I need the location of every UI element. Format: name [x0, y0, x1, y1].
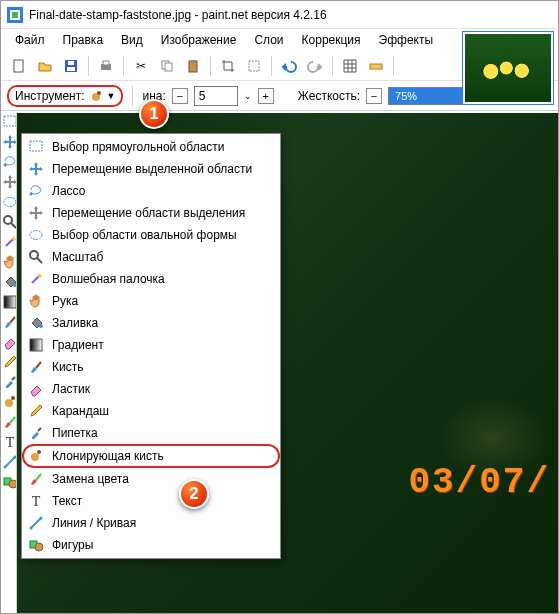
ruler-icon[interactable]	[364, 54, 388, 78]
grid-icon[interactable]	[338, 54, 362, 78]
image-thumbnail[interactable]	[462, 31, 554, 105]
tool-item-hand[interactable]: Рука	[22, 290, 280, 312]
redo-icon[interactable]	[303, 54, 327, 78]
deselect-icon[interactable]	[242, 54, 266, 78]
strip-clone-icon[interactable]	[2, 395, 16, 409]
app-icon	[7, 7, 23, 23]
open-file-icon[interactable]	[33, 54, 57, 78]
tool-dropdown-menu: Выбор прямоугольной областиПеремещение в…	[21, 133, 281, 559]
svg-point-19	[4, 198, 16, 207]
tool-item-ellipse-select[interactable]: Выбор области овальной формы	[22, 224, 280, 246]
copy-icon[interactable]	[155, 54, 179, 78]
tool-item-label: Заливка	[52, 316, 98, 330]
tool-item-label: Линия / Кривая	[52, 516, 136, 530]
new-file-icon[interactable]	[7, 54, 31, 78]
strip-gradient-icon[interactable]	[2, 295, 16, 309]
menu-коррекция[interactable]: Коррекция	[294, 31, 369, 49]
tool-item-brush[interactable]: Кисть	[22, 356, 280, 378]
tool-item-label: Выбор прямоугольной области	[52, 140, 225, 154]
print-icon[interactable]	[94, 54, 118, 78]
svg-rect-2	[12, 12, 18, 18]
strip-move-pix-icon[interactable]	[2, 175, 16, 189]
save-icon[interactable]	[59, 54, 83, 78]
tool-selector-dropdown[interactable]: Инструмент: ▼	[7, 85, 123, 107]
strip-wand-icon[interactable]	[2, 235, 16, 249]
tool-item-line[interactable]: Линия / Кривая	[22, 512, 280, 534]
width-minus-button[interactable]: −	[172, 88, 188, 104]
strip-ellipse-select-icon[interactable]	[2, 195, 16, 209]
svg-rect-8	[103, 61, 109, 65]
tool-item-label: Рука	[52, 294, 78, 308]
menu-эффекты[interactable]: Эффекты	[371, 31, 442, 49]
width-input[interactable]	[194, 86, 238, 106]
hardness-minus-button[interactable]: −	[366, 88, 382, 104]
width-spinner-icon[interactable]: ⌄	[244, 91, 252, 101]
menu-слои[interactable]: Слои	[246, 31, 291, 49]
tool-item-zoom[interactable]: Масштаб	[22, 246, 280, 268]
tool-item-label: Пипетка	[52, 426, 98, 440]
menu-вид[interactable]: Вид	[113, 31, 151, 49]
tool-item-clone[interactable]: Клонирующая кисть	[22, 444, 280, 468]
strip-hand-icon[interactable]	[2, 255, 16, 269]
strip-move-sel-icon[interactable]	[2, 135, 16, 149]
tool-item-text[interactable]: TТекст	[22, 490, 280, 512]
svg-line-48	[36, 474, 41, 480]
svg-rect-17	[4, 116, 16, 126]
tool-item-gradient[interactable]: Градиент	[22, 334, 280, 356]
menu-файл[interactable]: Файл	[7, 31, 53, 49]
cut-icon[interactable]: ✂	[129, 54, 153, 78]
width-plus-button[interactable]: +	[258, 88, 274, 104]
strip-shapes-icon[interactable]	[2, 475, 16, 489]
undo-icon[interactable]	[277, 54, 301, 78]
tool-item-shapes[interactable]: Фигуры	[22, 534, 280, 556]
svg-point-18	[4, 164, 7, 167]
tool-item-rect-select[interactable]: Выбор прямоугольной области	[22, 136, 280, 158]
svg-rect-6	[68, 61, 74, 65]
crop-icon[interactable]	[216, 54, 240, 78]
strip-bucket-icon[interactable]	[2, 275, 16, 289]
tool-item-label: Замена цвета	[52, 472, 129, 486]
strip-eyedrop-icon[interactable]	[2, 375, 16, 389]
strip-recolor-icon[interactable]	[2, 415, 16, 429]
tool-item-move-sel[interactable]: Перемещение выделенной области	[22, 158, 280, 180]
strip-pencil-icon[interactable]	[2, 355, 16, 369]
eyedrop-icon	[28, 425, 44, 441]
tool-item-move-pix[interactable]: Перемещение области выделения	[22, 202, 280, 224]
svg-rect-5	[67, 67, 75, 71]
tool-strip-left: T	[2, 113, 17, 613]
tool-item-label: Ластик	[52, 382, 90, 396]
tool-item-lasso[interactable]: Лассо	[22, 180, 280, 202]
strip-line-icon[interactable]	[2, 455, 16, 469]
strip-rect-select-icon[interactable]	[2, 115, 16, 129]
svg-rect-3	[14, 60, 23, 72]
svg-line-29	[10, 417, 15, 423]
tool-item-wand[interactable]: Волшебная палочка	[22, 268, 280, 290]
strip-lasso-icon[interactable]	[2, 155, 16, 169]
pencil-icon	[28, 403, 44, 419]
svg-point-54	[35, 543, 43, 551]
svg-point-32	[4, 466, 7, 469]
strip-brush-icon[interactable]	[2, 315, 16, 329]
tool-item-eyedrop[interactable]: Пипетка	[22, 422, 280, 444]
tool-item-eraser[interactable]: Ластик	[22, 378, 280, 400]
menu-правка[interactable]: Правка	[55, 31, 112, 49]
svg-rect-36	[30, 141, 42, 151]
paste-icon[interactable]	[181, 54, 205, 78]
tool-item-label: Фигуры	[52, 538, 93, 552]
tool-item-label: Градиент	[52, 338, 104, 352]
menu-изображение[interactable]: Изображение	[153, 31, 245, 49]
move-pix-icon	[28, 205, 44, 221]
tool-item-pencil[interactable]: Карандаш	[22, 400, 280, 422]
tool-item-label: Клонирующая кисть	[52, 449, 164, 463]
svg-rect-10	[165, 63, 172, 71]
tool-label: Инструмент:	[15, 89, 85, 103]
svg-line-21	[11, 223, 16, 228]
strip-text-icon[interactable]: T	[2, 435, 16, 449]
tool-item-label: Кисть	[52, 360, 83, 374]
tool-item-bucket[interactable]: Заливка	[22, 312, 280, 334]
strip-zoom-icon[interactable]	[2, 215, 16, 229]
gradient-icon	[28, 337, 44, 353]
tool-item-recolor[interactable]: Замена цвета	[22, 468, 280, 490]
strip-eraser-icon[interactable]	[2, 335, 16, 349]
svg-line-25	[10, 317, 15, 323]
